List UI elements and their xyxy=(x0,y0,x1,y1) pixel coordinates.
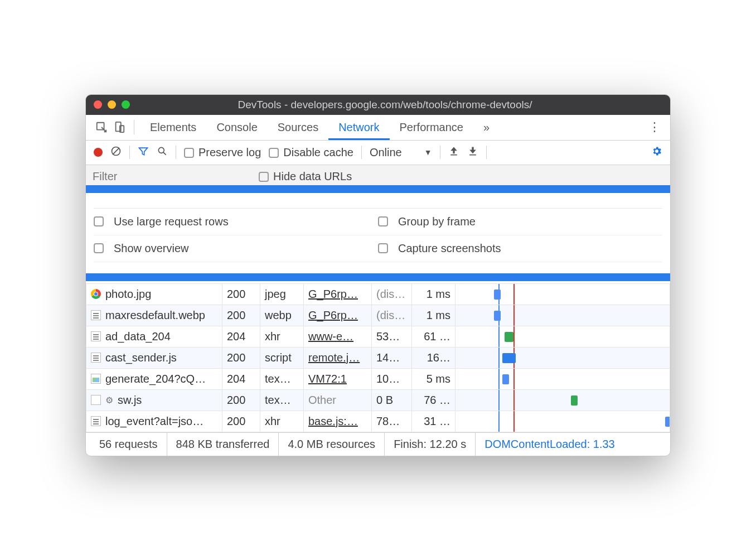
size-cell: 78… xyxy=(372,411,412,432)
table-row[interactable]: ad_data_204204xhrwww-e…53…61 … xyxy=(86,326,670,347)
network-toolbar: Preserve log Disable cache Online ▼ xyxy=(86,141,670,165)
download-har-button[interactable] xyxy=(467,146,478,160)
tab-sources[interactable]: Sources xyxy=(268,115,328,140)
record-icon xyxy=(94,148,103,157)
checkbox-icon xyxy=(269,148,279,158)
kebab-menu-icon[interactable]: ⋮ xyxy=(646,120,663,134)
table-header-peek xyxy=(94,262,662,272)
status-requests: 56 requests xyxy=(90,433,167,456)
filter-input[interactable] xyxy=(86,165,259,188)
tab-elements[interactable]: Elements xyxy=(140,115,206,140)
separator xyxy=(486,146,487,159)
checkbox-icon xyxy=(184,148,194,158)
type-cell: xhr xyxy=(260,326,304,347)
group-by-frame-checkbox[interactable]: Group by frame xyxy=(378,209,662,235)
waterfall-cell xyxy=(455,347,670,368)
throttling-select[interactable]: Online ▼ xyxy=(370,146,432,159)
request-name: cast_sender.js xyxy=(105,351,177,364)
status-cell: 200 xyxy=(222,347,260,368)
initiator-link[interactable]: G_P6rp… xyxy=(308,288,358,300)
table-row[interactable]: generate_204?cQ…204tex…VM72:110…5 ms xyxy=(86,368,670,389)
use-large-rows-checkbox[interactable]: Use large request rows xyxy=(94,209,378,235)
initiator-link[interactable]: www-e… xyxy=(308,330,353,342)
request-name: photo.jpg xyxy=(105,288,151,301)
clear-button[interactable] xyxy=(110,146,122,160)
checkbox-icon xyxy=(378,243,388,253)
titlebar[interactable]: DevTools - developers.google.com/web/too… xyxy=(86,95,670,115)
waterfall-bar xyxy=(571,395,578,406)
disable-cache-checkbox[interactable]: Disable cache xyxy=(269,146,353,159)
minimize-window-button[interactable] xyxy=(108,100,116,109)
panel-tabstrip: ElementsConsoleSourcesNetworkPerformance… xyxy=(86,115,670,141)
option-label: Show overview xyxy=(114,242,189,255)
inspect-element-icon[interactable] xyxy=(93,121,110,133)
capture-screenshots-checkbox[interactable]: Capture screenshots xyxy=(378,235,662,262)
preserve-log-checkbox[interactable]: Preserve log xyxy=(184,146,261,159)
table-row[interactable]: log_event?alt=jso…200xhrbase.js:…78…31 … xyxy=(86,411,670,432)
size-cell: (dis… xyxy=(372,305,412,326)
document-file-icon xyxy=(91,310,101,320)
filter-toggle-button[interactable] xyxy=(138,146,149,160)
status-cell: 200 xyxy=(222,283,260,305)
type-cell: xhr xyxy=(260,411,304,432)
record-button[interactable] xyxy=(94,148,103,157)
table-row[interactable]: cast_sender.js200scriptremote.j…14…16… xyxy=(86,347,670,368)
document-file-icon xyxy=(91,353,101,363)
status-bar: 56 requests 848 KB transferred 4.0 MB re… xyxy=(86,432,670,456)
toggle-device-icon[interactable] xyxy=(110,121,128,133)
tab-network[interactable]: Network xyxy=(328,115,389,140)
tab-console[interactable]: Console xyxy=(206,115,267,140)
show-overview-checkbox[interactable]: Show overview xyxy=(94,235,378,262)
status-cell: 204 xyxy=(222,326,260,347)
type-cell: jpeg xyxy=(260,283,304,305)
initiator-link[interactable]: base.js:… xyxy=(308,415,358,427)
initiator-link[interactable]: Other xyxy=(308,394,336,406)
checkbox-icon xyxy=(259,172,269,182)
waterfall-cell xyxy=(455,389,670,411)
settings-button[interactable] xyxy=(651,146,662,160)
svg-rect-8 xyxy=(469,154,476,155)
checkbox-icon xyxy=(94,243,104,253)
throttling-value: Online xyxy=(370,146,402,159)
time-cell: 5 ms xyxy=(412,368,455,389)
initiator-link[interactable]: VM72:1 xyxy=(308,373,347,385)
traffic-lights xyxy=(94,100,130,109)
chevron-down-icon: ▼ xyxy=(424,148,432,157)
tab-performance[interactable]: Performance xyxy=(390,115,474,140)
request-name: sw.js xyxy=(118,394,142,407)
requests-table: photo.jpg200jpegG_P6rp…(dis…1 msmaxresde… xyxy=(86,283,670,432)
status-resources: 4.0 MB resources xyxy=(279,433,385,456)
hide-data-urls-checkbox[interactable]: Hide data URLs xyxy=(259,170,352,183)
table-row[interactable]: photo.jpg200jpegG_P6rp…(dis…1 ms xyxy=(86,283,670,305)
close-window-button[interactable] xyxy=(94,100,102,109)
image-file-icon xyxy=(91,374,101,384)
zoom-window-button[interactable] xyxy=(122,100,130,109)
window-title: DevTools - developers.google.com/web/too… xyxy=(135,99,662,111)
table-row[interactable]: maxresdefault.webp200webpG_P6rp…(dis…1 m… xyxy=(86,305,670,326)
waterfall-bar xyxy=(494,290,501,300)
filter-chips-row-peek xyxy=(94,196,662,209)
time-cell: 61 … xyxy=(412,326,455,347)
size-cell: 53… xyxy=(372,326,412,347)
size-cell: (dis… xyxy=(372,283,412,305)
separator xyxy=(440,146,440,159)
separator xyxy=(361,146,362,159)
waterfall-cell xyxy=(455,326,670,347)
initiator-link[interactable]: G_P6rp… xyxy=(308,309,358,321)
disable-cache-label: Disable cache xyxy=(283,146,353,158)
waterfall-bar xyxy=(502,353,515,363)
type-cell: script xyxy=(260,347,304,368)
time-cell: 1 ms xyxy=(412,305,455,326)
highlight-annotation: Use large request rows Group by frame Sh… xyxy=(85,185,671,281)
type-cell: webp xyxy=(260,305,304,326)
waterfall-bar xyxy=(494,311,501,321)
search-button[interactable] xyxy=(157,146,168,160)
waterfall-cell xyxy=(455,411,670,432)
upload-har-button[interactable] xyxy=(448,146,459,160)
chrome-icon xyxy=(91,289,101,299)
table-row[interactable]: ⚙sw.js200tex…Other0 B76 … xyxy=(86,389,670,411)
more-tabs-button[interactable]: » xyxy=(473,115,500,140)
initiator-link[interactable]: remote.j… xyxy=(308,351,360,364)
file-icon xyxy=(91,395,101,405)
option-label: Capture screenshots xyxy=(398,242,501,255)
